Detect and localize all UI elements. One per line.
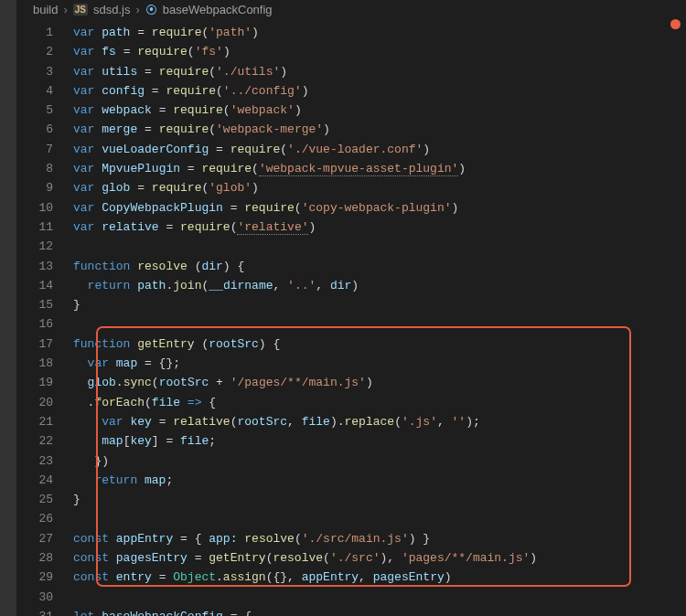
line-number[interactable]: 15 xyxy=(16,295,53,314)
line-number[interactable]: 23 xyxy=(16,451,53,471)
breadcrumb-symbol[interactable]: baseWebpackConfig xyxy=(163,3,273,16)
code-line[interactable]: map[key] = file; xyxy=(73,431,686,451)
line-number[interactable]: 27 xyxy=(16,529,53,548)
code-line[interactable] xyxy=(73,314,686,334)
line-number[interactable]: 29 xyxy=(16,568,53,587)
code-line[interactable]: var fs = require('fs') xyxy=(73,42,686,61)
line-number[interactable]: 11 xyxy=(16,218,53,237)
line-number[interactable]: 8 xyxy=(16,159,53,178)
code-line[interactable]: var glob = require('glob') xyxy=(73,178,686,197)
code-line[interactable]: var MpvuePlugin = require('webpack-mpvue… xyxy=(73,159,686,178)
code-line[interactable]: .forEach(file => { xyxy=(73,393,686,412)
code-line[interactable]: var config = require('../config') xyxy=(73,81,686,101)
breadcrumb-folder[interactable]: build xyxy=(33,3,58,16)
activity-bar[interactable] xyxy=(0,0,16,616)
code-line[interactable]: glob.sync(rootSrc + '/pages/**/main.js') xyxy=(73,373,686,392)
code-line[interactable]: function resolve (dir) { xyxy=(73,257,686,276)
code-line[interactable]: var CopyWebpackPlugin = require('copy-we… xyxy=(73,198,686,218)
line-number[interactable]: 2 xyxy=(16,42,53,61)
code-line[interactable]: var vueLoaderConfig = require('./vue-loa… xyxy=(73,140,686,159)
line-number[interactable]: 12 xyxy=(16,237,53,256)
line-number[interactable]: 17 xyxy=(16,335,53,354)
line-number[interactable]: 20 xyxy=(16,393,53,412)
code-line[interactable]: var webpack = require('webpack') xyxy=(73,101,686,120)
breadcrumb-file[interactable]: sdsd.js xyxy=(93,3,130,16)
code-line[interactable]: var utils = require('./utils') xyxy=(73,62,686,81)
line-number[interactable]: 24 xyxy=(16,471,53,490)
line-number[interactable]: 14 xyxy=(16,276,53,295)
line-number[interactable]: 19 xyxy=(16,373,53,392)
editor-main: build › JS sdsd.js › ⦿ baseWebpackConfig… xyxy=(16,0,686,616)
line-number[interactable]: 30 xyxy=(16,588,53,607)
line-number[interactable]: 1 xyxy=(16,23,53,42)
line-number[interactable]: 22 xyxy=(16,431,53,451)
code-line[interactable]: let baseWebpackConfig = { xyxy=(73,607,686,616)
code-editor[interactable]: 1234567891011121314151617181920212223242… xyxy=(16,20,686,616)
line-number[interactable]: 28 xyxy=(16,548,53,568)
chevron-right-icon: › xyxy=(63,3,67,16)
line-number[interactable]: 5 xyxy=(16,101,53,120)
js-filetype-icon: JS xyxy=(73,4,88,16)
code-line[interactable]: var key = relative(rootSrc, file).replac… xyxy=(73,412,686,431)
chevron-right-icon: › xyxy=(136,3,140,16)
line-number[interactable]: 21 xyxy=(16,412,53,431)
line-number[interactable]: 18 xyxy=(16,354,53,373)
code-line[interactable]: var relative = require('relative') xyxy=(73,218,686,237)
code-line[interactable]: var path = require('path') xyxy=(73,23,686,42)
code-line[interactable]: return map; xyxy=(73,471,686,490)
line-number[interactable]: 3 xyxy=(16,62,53,81)
line-number-gutter[interactable]: 1234567891011121314151617181920212223242… xyxy=(16,20,73,616)
line-number[interactable]: 26 xyxy=(16,509,53,528)
line-number[interactable]: 10 xyxy=(16,198,53,218)
code-line[interactable]: const entry = Object.assign({}, appEntry… xyxy=(73,568,686,587)
line-number[interactable]: 6 xyxy=(16,120,53,139)
code-line[interactable]: } xyxy=(73,490,686,509)
code-line[interactable]: } xyxy=(73,295,686,314)
code-line[interactable]: }) xyxy=(73,451,686,471)
line-number[interactable]: 25 xyxy=(16,490,53,509)
code-line[interactable]: var merge = require('webpack-merge') xyxy=(73,120,686,139)
close-indicator-icon[interactable] xyxy=(670,19,681,29)
code-line[interactable] xyxy=(73,237,686,256)
code-line[interactable] xyxy=(73,509,686,528)
code-line[interactable]: const appEntry = { app: resolve('./src/m… xyxy=(73,529,686,548)
line-number[interactable]: 16 xyxy=(16,314,53,334)
code-line[interactable] xyxy=(73,588,686,607)
line-number[interactable]: 13 xyxy=(16,257,53,276)
code-line[interactable]: function getEntry (rootSrc) { xyxy=(73,335,686,354)
line-number[interactable]: 31 xyxy=(16,607,53,616)
line-number[interactable]: 7 xyxy=(16,140,53,159)
symbol-variable-icon: ⦿ xyxy=(145,3,157,16)
code-line[interactable]: const pagesEntry = getEntry(resolve('./s… xyxy=(73,548,686,568)
code-content[interactable]: var path = require('path')var fs = requi… xyxy=(73,20,686,616)
breadcrumb[interactable]: build › JS sdsd.js › ⦿ baseWebpackConfig xyxy=(16,0,686,20)
code-line[interactable]: var map = {}; xyxy=(73,354,686,373)
line-number[interactable]: 4 xyxy=(16,81,53,101)
line-number[interactable]: 9 xyxy=(16,178,53,197)
code-line[interactable]: return path.join(__dirname, '..', dir) xyxy=(73,276,686,295)
